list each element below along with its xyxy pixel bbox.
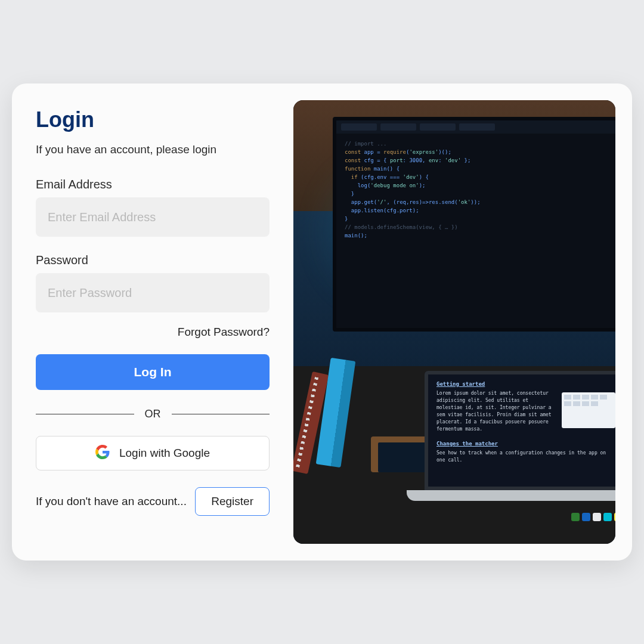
password-field[interactable] <box>36 273 270 312</box>
divider-line <box>36 414 134 414</box>
laptop-icon: Getting started Lorem ipsum dolor sit am… <box>425 371 615 526</box>
login-card: Login If you have an account, please log… <box>12 83 632 561</box>
divider-line <box>172 414 270 414</box>
password-label: Password <box>36 253 270 267</box>
login-with-google-button[interactable]: Login with Google <box>36 436 270 470</box>
google-icon <box>95 445 110 462</box>
login-form: Login If you have an account, please log… <box>29 100 277 544</box>
login-button[interactable]: Log In <box>36 354 270 390</box>
google-button-label: Login with Google <box>119 447 210 460</box>
hero-image: // import ... const app = require('expre… <box>293 100 615 544</box>
email-label: Email Address <box>36 178 270 191</box>
divider-label: OR <box>145 408 161 420</box>
page-title: Login <box>36 107 270 132</box>
forgot-password-link[interactable]: Forgot Password? <box>178 326 270 339</box>
register-prompt: If you don't have an account... <box>36 495 187 508</box>
page-subtitle: If you have an account, please login <box>36 143 270 156</box>
monitor-icon: // import ... const app = require('expre… <box>333 117 615 332</box>
email-field[interactable] <box>36 197 270 237</box>
register-button[interactable]: Register <box>195 487 270 516</box>
register-row: If you don't have an account... Register <box>36 487 270 516</box>
or-divider: OR <box>36 408 270 420</box>
